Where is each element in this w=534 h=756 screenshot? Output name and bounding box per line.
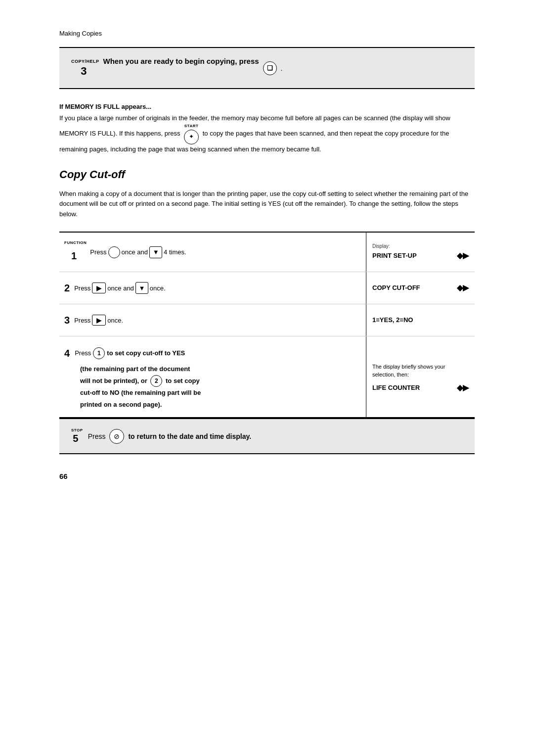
- step1-row: FUNCTION 1 Press once and ▼ 4 times. Dis…: [59, 233, 475, 272]
- step3-number: 3: [81, 65, 87, 77]
- step3-table-number: 3: [64, 311, 70, 329]
- function-label: FUNCTION: [64, 239, 87, 246]
- steps-table: FUNCTION 1 Press once and ▼ 4 times. Dis…: [59, 232, 475, 418]
- step3-period: .: [281, 64, 283, 72]
- memory-full-section: If MEMORY IS FULL appears... If you plac…: [59, 103, 475, 154]
- step4-number: 4: [64, 343, 70, 363]
- step5-press: Press: [88, 432, 106, 440]
- step3-arrow-button[interactable]: ▶: [92, 315, 106, 326]
- step2-press: Press: [74, 283, 90, 294]
- step3-table-once: once.: [107, 315, 123, 326]
- step2-right: COPY CUT-OFF ◆▶: [366, 272, 475, 304]
- step4-display-small: The display briefly shows your selection…: [372, 363, 469, 379]
- step4-btn1[interactable]: 1: [93, 347, 105, 359]
- step4-press: Press: [75, 347, 91, 360]
- memory-full-title: If MEMORY IS FULL appears...: [59, 103, 475, 110]
- step4-display-text: LIFE COUNTER: [372, 384, 420, 391]
- step2-display-arrow: ◆▶: [457, 283, 469, 292]
- step2-row: 2 Press ▶ once and ▼ once. COPY CUT-OFF …: [59, 272, 475, 304]
- step2-once: once.: [150, 283, 166, 294]
- step2-display: COPY CUT-OFF: [372, 284, 420, 291]
- step5-stop-button[interactable]: ⊘: [109, 429, 124, 444]
- step1-display-arrow: ◆▶: [457, 251, 469, 260]
- step4-line2: (the remaining part of the document: [80, 365, 190, 373]
- step2-left: 2 Press ▶ once and ▼ once.: [59, 272, 366, 304]
- step1-right: Display: PRINT SET-UP ◆▶: [366, 233, 475, 272]
- step4-display-arrow: ◆▶: [457, 383, 469, 392]
- copy-help-label: COPY/HELP: [71, 59, 99, 64]
- start-label: START: [184, 123, 199, 129]
- copy-cutoff-heading: Copy Cut-off: [59, 168, 475, 181]
- display-label: Display:: [372, 243, 469, 249]
- step4-line1-after: to set copy cut-off to YES: [107, 347, 185, 360]
- step5-box: STOP 5 Press ⊘ to return to the date and…: [59, 418, 475, 454]
- step4-line3-before: will not be printed), or: [80, 377, 147, 384]
- step3-table-press: Press: [74, 315, 90, 326]
- step1-press: Press: [90, 246, 106, 258]
- step1-function-button[interactable]: [108, 246, 120, 258]
- step4-right: The display briefly shows your selection…: [366, 336, 475, 417]
- stop-label: STOP: [71, 428, 83, 432]
- step5-number: 5: [73, 433, 78, 444]
- step3-box: COPY/HELP 3 When you are ready to begin …: [59, 47, 475, 89]
- step1-number: 1: [71, 250, 77, 261]
- step1-display: PRINT SET-UP: [372, 252, 417, 259]
- breadcrumb: Making Copies: [59, 30, 475, 37]
- memory-full-text: If you place a large number of originals…: [59, 113, 475, 154]
- copy-cutoff-intro: When making a copy of a document that is…: [59, 189, 475, 220]
- step4-line3-after: to set copy: [166, 377, 200, 384]
- step3-table-left: 3 Press ▶ once.: [59, 304, 366, 336]
- step4-line4: cut-off to NO (the remaining part will b…: [80, 389, 201, 396]
- step1-once-and: once and: [122, 246, 148, 258]
- step1-down-button[interactable]: ▼: [149, 246, 162, 258]
- step1-left: FUNCTION 1 Press once and ▼ 4 times.: [59, 233, 366, 272]
- step2-down-button[interactable]: ▼: [135, 282, 148, 294]
- step2-once-and: once and: [107, 283, 134, 294]
- step1-4times: 4 times.: [164, 246, 186, 258]
- step3-text: When you are ready to begin copying, pre…: [103, 57, 259, 65]
- step2-number: 2: [64, 279, 70, 297]
- start-button[interactable]: ✦: [184, 130, 199, 144]
- step3-display: 1=YES, 2=NO: [372, 316, 413, 324]
- step4-btn2[interactable]: 2: [150, 375, 162, 387]
- step5-text: to return to the date and time display.: [128, 432, 251, 440]
- step4-row: 4 Press 1 to set copy cut-off to YES (th…: [59, 336, 475, 417]
- page-number: 66: [59, 472, 475, 480]
- step4-left: 4 Press 1 to set copy cut-off to YES (th…: [59, 336, 366, 417]
- step4-line5: printed on a second page).: [80, 401, 162, 408]
- step2-arrow-button[interactable]: ▶: [92, 283, 106, 293]
- step3-table-right: 1=YES, 2=NO: [366, 304, 475, 336]
- step3-table-row: 3 Press ▶ once. 1=YES, 2=NO: [59, 304, 475, 336]
- copy-help-button[interactable]: ❑: [263, 61, 277, 75]
